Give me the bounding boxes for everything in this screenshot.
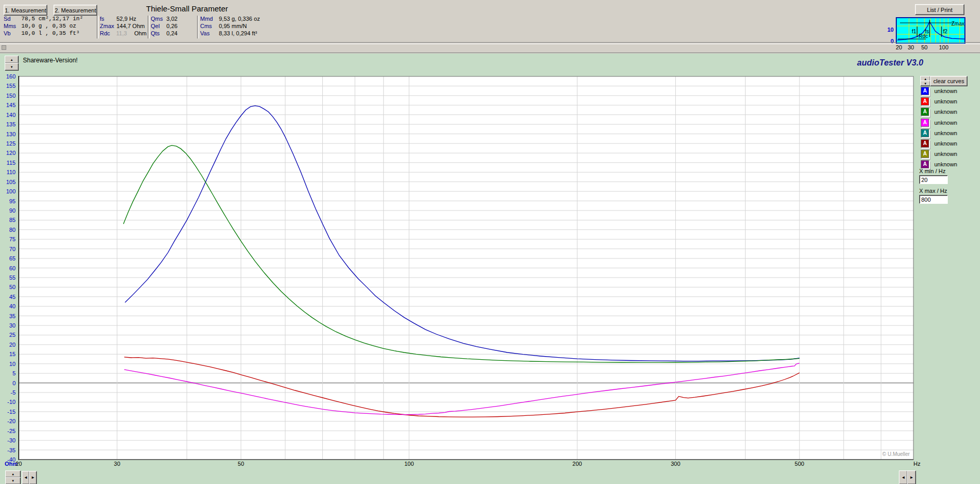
scroll-down-button[interactable]: ▼	[5, 477, 21, 484]
xmax-label: X max / Hz	[919, 188, 947, 194]
param-row: Cms0,95 mm/N	[200, 22, 278, 30]
y-tick--25: -25	[0, 428, 16, 434]
y-tick--30: -30	[0, 437, 16, 443]
scroll-right-button-right[interactable]: ►	[907, 470, 916, 484]
chart-workspace: ▲ ▼ Shareware-Version! audioTester V3.0 …	[0, 54, 980, 484]
list-print-button[interactable]: List / Print	[915, 4, 964, 15]
legend-item-7[interactable]: Aunknown	[921, 149, 957, 159]
param-value: 52,9 Hz	[116, 15, 136, 22]
param-label: Mmd	[200, 15, 219, 22]
legend-label: unknown	[934, 151, 957, 157]
param-label: Qms	[151, 15, 166, 22]
left-arrow-icon: ◄	[24, 476, 28, 480]
xmin-input[interactable]	[919, 175, 948, 184]
y-tick-30: 30	[0, 322, 16, 329]
param-value: 0,95 mm/N	[219, 22, 247, 30]
legend-label: unknown	[934, 88, 957, 94]
x-tick-100: 100	[404, 461, 414, 467]
param-label: Cms	[200, 22, 219, 30]
scroll-left-button-right[interactable]: ◄	[899, 470, 908, 484]
svg-text:Rdc: Rdc	[919, 33, 928, 39]
x-tick-200: 200	[572, 461, 582, 467]
param-value: 3,02	[166, 15, 177, 22]
x-tick-300: 300	[671, 461, 680, 467]
app-window: 1. Measurement 2. Measurement Thiele-Sma…	[0, 0, 980, 484]
param-value: 8,33 l, 0,294 ft³	[219, 30, 257, 37]
scroll-left-button[interactable]: ◄	[22, 471, 30, 484]
column-separator	[197, 16, 199, 38]
param-column-sd-mms-vb: Sd78,5 cm²,12,17 in²Mms10,0 g , 0,35 ozV…	[4, 15, 95, 37]
param-row: fs52,9 Hz	[100, 15, 147, 22]
clear-curves-button[interactable]: clear curves	[930, 76, 968, 86]
y-tick-35: 35	[0, 313, 16, 319]
y-tick-70: 70	[0, 246, 16, 252]
y-tick-130: 130	[0, 131, 16, 137]
y-tick-0: 0	[0, 380, 16, 386]
y-tick-95: 95	[0, 198, 16, 204]
measurement-2-button[interactable]: 2. Measurement	[54, 5, 97, 16]
y-tick-150: 150	[0, 93, 16, 99]
legend-label: unknown	[934, 161, 957, 167]
param-label: Rdc	[100, 30, 116, 37]
y-tick-100: 100	[0, 188, 16, 194]
legend-label: unknown	[934, 120, 957, 126]
y-tick-40: 40	[0, 303, 16, 309]
legend-label: unknown	[934, 140, 957, 147]
curve-color-icon: A	[921, 150, 929, 158]
thumb-xtick-30: 30	[908, 44, 914, 50]
header-panel: 1. Measurement 2. Measurement Thiele-Sma…	[0, 0, 980, 54]
x-tick-50: 50	[238, 461, 244, 467]
legend-item-1[interactable]: Aunknown	[921, 86, 957, 96]
measurement-1-button[interactable]: 1. Measurement	[4, 5, 47, 16]
x-tick-20: 20	[16, 461, 22, 467]
legend-item-4[interactable]: Aunknown	[921, 118, 957, 127]
legend-item-2[interactable]: Aunknown	[921, 97, 957, 106]
param-label: Zmax	[100, 22, 116, 30]
y-tick--10: -10	[0, 399, 16, 405]
page-title: Thiele-Small Parameter	[146, 4, 250, 13]
left-arrow-icon: ◄	[901, 476, 906, 480]
down-arrow-icon: ▼	[924, 82, 927, 85]
scroll-up-button[interactable]: ▲	[5, 470, 21, 478]
up-arrow-icon: ▲	[924, 77, 927, 81]
param-row: Vas8,33 l, 0,294 ft³	[200, 30, 278, 37]
curve-select-down-button[interactable]: ▼	[920, 81, 931, 86]
curve-color-icon: A	[921, 139, 929, 148]
svg-text:f2: f2	[943, 29, 948, 34]
param-row: Mmd9,53 g, 0,336 oz	[200, 15, 278, 22]
curve-color-icon: A	[921, 129, 929, 137]
param-value: 10,0 l , 0,35 ft³	[21, 30, 80, 37]
y-tick-160: 160	[0, 73, 16, 80]
y-tick-145: 145	[0, 102, 16, 108]
thumb-xtick-20: 20	[896, 44, 902, 50]
param-unit: Ohm	[134, 30, 147, 37]
xmax-input[interactable]	[919, 195, 948, 204]
svg-text:Zmax: Zmax	[951, 21, 964, 27]
legend-item-6[interactable]: Aunknown	[921, 139, 957, 148]
legend-label: unknown	[934, 109, 957, 115]
y-tick-20: 20	[0, 342, 16, 348]
header-divider	[0, 42, 980, 44]
curve-color-icon: A	[921, 160, 929, 168]
legend-item-3[interactable]: Aunknown	[921, 107, 957, 116]
param-value: 78,5 cm²,12,17 in²	[21, 15, 83, 22]
toolbar-grip-icon	[2, 45, 6, 50]
y-tick-140: 140	[0, 112, 16, 118]
y-tick-45: 45	[0, 294, 16, 300]
param-row: Qms3,02	[151, 15, 194, 22]
param-row: Qts0,24	[151, 30, 194, 37]
legend-item-5[interactable]: Aunknown	[921, 128, 957, 138]
param-value: 144,7 Ohm	[116, 22, 145, 30]
y-tick-90: 90	[0, 207, 16, 214]
up-arrow-icon: ▲	[11, 473, 15, 476]
y-tick--15: -15	[0, 409, 16, 415]
x-tick-500: 500	[795, 461, 804, 467]
right-arrow-icon: ►	[31, 476, 35, 480]
scroll-right-button[interactable]: ►	[29, 471, 37, 484]
param-row: Sd78,5 cm²,12,17 in²	[4, 15, 95, 22]
y-tick-80: 80	[0, 227, 16, 233]
impedance-plot	[0, 54, 980, 484]
curve-color-icon: A	[921, 87, 929, 95]
param-row: Qel0,26	[151, 22, 194, 30]
column-separator	[97, 16, 99, 38]
